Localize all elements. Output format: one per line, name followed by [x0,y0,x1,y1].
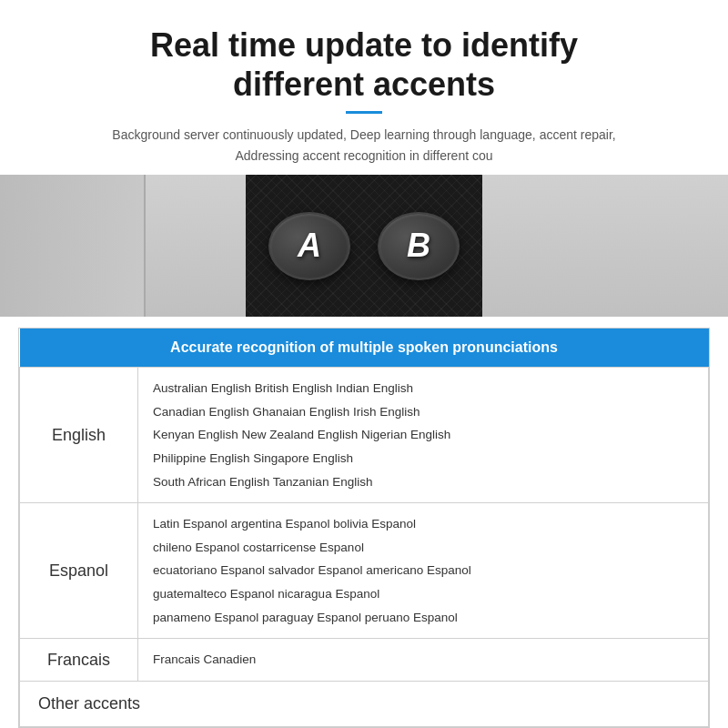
other-accents-row: Other accents [20,682,709,727]
left-panel [0,175,146,317]
button-a[interactable]: A [268,212,350,280]
title-line2: different accents [233,66,495,103]
table-header: Accurate recognition of multiple spoken … [20,329,709,368]
table-row: EnglishAustralian English British Englis… [20,367,709,502]
feature-table: Accurate recognition of multiple spoken … [18,328,710,728]
variants-cell-2: Francais Canadien [138,639,709,682]
title-section: Real time update to identify different a… [0,0,728,175]
device-body: A B [246,175,482,317]
button-a-label: A [298,227,321,265]
lang-cell-2: Francais [20,639,138,682]
title-line1: Real time update to identify [150,26,578,64]
lang-cell-0: English [20,367,138,502]
subtitle-text: Background server continuously updated, … [109,125,619,166]
device-section: A B [0,175,728,317]
table-row: EspanolLatin Espanol argentina Espanol b… [20,503,709,639]
variants-cell-1: Latin Espanol argentina Espanol bolivia … [138,503,709,639]
buttons-row: A B [268,212,460,280]
button-b-label: B [407,227,430,265]
main-title: Real time update to identify different a… [55,25,673,104]
variants-cell-0: Australian English British English India… [138,367,709,502]
page-container: Real time update to identify different a… [0,0,728,728]
blue-divider [346,111,382,114]
lang-cell-1: Espanol [20,503,138,639]
button-b[interactable]: B [378,212,460,280]
table-row: FrancaisFrancais Canadien [20,639,709,682]
other-accents-label: Other accents [20,682,709,727]
